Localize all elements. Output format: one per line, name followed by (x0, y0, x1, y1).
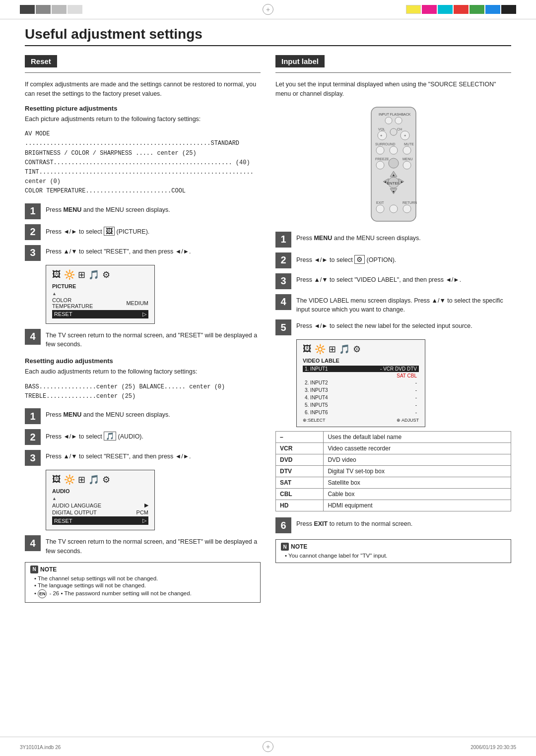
step-number-3: 3 (25, 245, 41, 261)
picture-step-3-text: Press ▲/▼ to select "RESET", and then pr… (46, 244, 191, 256)
label-sat: SAT (276, 477, 324, 489)
vl-satcbl-row: SAT CBL (303, 373, 419, 378)
il-step-number-6: 6 (275, 517, 291, 533)
vl-menu-icons: 🖼 🔆 ⊞ 🎵 ⚙ (303, 344, 419, 355)
setting-contrast: CONTRAST................................… (25, 158, 261, 168)
picture-step-2-text: Press ◄/► to select 🖼 (PICTURE). (46, 223, 149, 237)
audio-step-1: 1 Press MENU and the MENU screen display… (25, 407, 261, 424)
svg-text:EXIT: EXIT (376, 201, 384, 204)
swatch-black-top (501, 5, 516, 14)
vl-icon-brightness: 🔆 (315, 344, 326, 355)
swatch-blue-top (485, 5, 500, 14)
swatch-red-top (454, 5, 469, 14)
vl-icon-picture: 🖼 (303, 344, 312, 355)
bottom-left: 3Y10101A.indb 26 (20, 743, 185, 751)
setting-treble: TREBLE..............center (25) (25, 392, 261, 401)
page-title: Useful adjustment settings (25, 26, 511, 46)
audio-heading: Resetting audio adjustments (25, 357, 261, 365)
il-step-number-1: 1 (275, 232, 291, 248)
audio-step-number-3: 3 (25, 450, 41, 466)
label-table-body: – Uses the default label name VCR Video … (276, 432, 511, 511)
step-number-2: 2 (25, 224, 41, 240)
il-step-number-4: 4 (275, 294, 291, 310)
picture-settings-list: AV MODE ................................… (25, 129, 261, 196)
picture-step-2: 2 Press ◄/► to select 🖼 (PICTURE). (25, 223, 261, 240)
audio-intro: Each audio adjustments return to the fol… (25, 367, 261, 377)
vl-select-hint: ⊕:SELECT (303, 418, 326, 423)
label-table: – Uses the default label name VCR Video … (275, 431, 511, 511)
svg-text:SURROUND: SURROUND (375, 142, 395, 146)
audio-settings-list: BASS................center (25) BALANCE.… (25, 382, 261, 401)
label-dvd: DVD (276, 454, 324, 466)
audio-step-2: 2 Press ◄/► to select 🎵 (AUDIO). (25, 428, 261, 445)
svg-text:+: + (403, 133, 406, 138)
swatch-white (67, 5, 82, 14)
audio-menu-icons: 🖼 🔆 ⊞ 🎵 ⚙ (52, 474, 148, 485)
reset-divider (25, 72, 261, 73)
label-dtv: DTV (276, 466, 324, 477)
audio-step-2-text: Press ◄/► to select 🎵 (AUDIO). (46, 428, 143, 441)
desc-dash: Uses the default label name (324, 432, 511, 443)
svg-point-18 (376, 161, 384, 169)
en-circle: EN (38, 589, 47, 598)
il-step-number-5: 5 (275, 319, 291, 335)
picture-menu-screen: 🖼 🔆 ⊞ 🎵 ⚙ PICTURE ▲ COLORTEMPERATURE MED… (46, 265, 155, 324)
bottom-center (185, 741, 350, 752)
il-step-4-text: The VIDEO LABEL menu screen displays. Pr… (296, 293, 511, 315)
remote-container: INPUT FLASHBACK VOL CH + + SURROUND MUTE (275, 105, 511, 224)
svg-text:+: + (380, 133, 382, 138)
table-row-cbl: CBL Cable box (276, 489, 511, 500)
label-cbl: CBL (276, 489, 324, 500)
input-label-section: Input label Let you set the input termin… (275, 55, 511, 603)
svg-text:MUTE: MUTE (404, 142, 414, 146)
bottom-right: 2006/01/19 20:30:35 (351, 743, 516, 751)
vl-icon-settings: ⚙ (353, 344, 361, 355)
picture-step-3: 3 Press ▲/▼ to select "RESET", and then … (25, 244, 261, 261)
two-column-layout: Reset If complex adjustments are made an… (25, 55, 511, 603)
reset-header: Reset (25, 55, 57, 67)
il-step-5-text: Press ◄/► to select the new label for th… (296, 318, 472, 331)
svg-text:MENU: MENU (402, 157, 413, 161)
svg-text:▲: ▲ (392, 173, 395, 177)
desc-cbl: Cable box (324, 489, 511, 500)
svg-text:VOL: VOL (378, 127, 385, 131)
table-row-dash: – Uses the default label name (276, 432, 511, 443)
icon-picture: 🖼 (52, 269, 61, 280)
svg-point-20 (403, 161, 411, 169)
icon-brightness: 🔆 (64, 269, 75, 280)
picture-step-4: 4 The TV screen return to the normal scr… (25, 328, 261, 350)
icon-settings: ⚙ (102, 269, 110, 280)
menu-arrow-indicator: ▲ (52, 291, 148, 296)
il-step-1-text: Press MENU and the MENU screen displays. (296, 231, 421, 243)
picture-intro: Each picture adjustments return to the f… (25, 115, 261, 124)
audio-step-number-2: 2 (25, 429, 41, 445)
bottom-bar: 3Y10101A.indb 26 2006/01/19 20:30:35 (0, 737, 536, 756)
audio-step-number-1: 1 (25, 408, 41, 424)
setting-brightness: BRIGHTNESS / COLOR / SHARPNESS ..... cen… (25, 149, 261, 158)
bottom-filename-left: 3Y10101A.indb 26 (20, 745, 61, 750)
vl-icon-audio: 🎵 (339, 344, 350, 355)
note-icon: N (30, 566, 38, 573)
desc-vcr: Video cassette recorder (324, 443, 511, 454)
registration-mark-bottom (263, 741, 273, 752)
label-dash: – (276, 432, 324, 443)
audio-step-4-text: The TV screen return to the normal scree… (46, 534, 261, 556)
vl-input6-row: 6. INPUT6 - (303, 409, 419, 416)
il-note-title: N NOTE (281, 543, 506, 551)
svg-point-19 (389, 158, 399, 168)
il-step-6: 6 Press EXIT to return to the normal scr… (275, 516, 511, 533)
table-row-hd: HD HDMI equipment (276, 500, 511, 511)
svg-text:▼: ▼ (392, 190, 395, 193)
il-step-2: 2 Press ◄/► to select ⚙ (OPTION). (275, 252, 511, 268)
svg-point-33 (376, 205, 384, 213)
desc-hd: HDMI equipment (324, 500, 511, 511)
table-row-vcr: VCR Video cassette recorder (276, 443, 511, 454)
vl-input1-row: 1. INPUT1 - VCR DVD DTV (303, 366, 419, 372)
svg-point-15 (403, 146, 411, 154)
top-bar-right-blocks (351, 5, 516, 14)
audio-step-1-text: Press MENU and the MENU screen displays. (46, 407, 170, 420)
table-row-sat: SAT Satellite box (276, 477, 511, 489)
svg-text:CH: CH (397, 127, 402, 131)
page-content: Useful adjustment settings Reset If comp… (0, 21, 536, 632)
input-label-header: Input label (275, 55, 325, 67)
